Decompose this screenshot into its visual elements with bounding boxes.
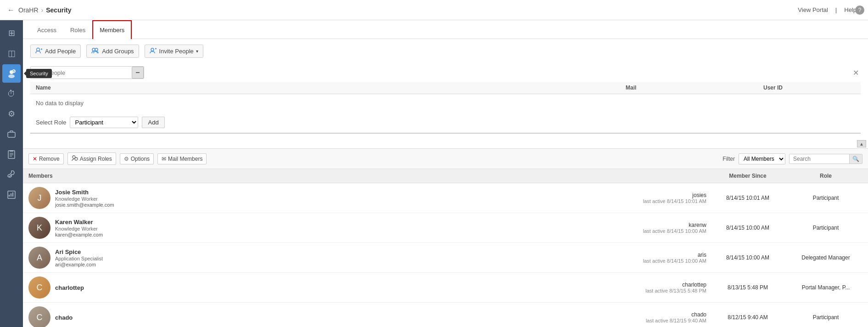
tab-access[interactable]: Access — [30, 21, 63, 39]
members-col-since-header: Member Since — [706, 173, 789, 179]
search-group: 🔍 — [789, 154, 862, 164]
member-details: Josie Smith Knowledge Worker josie.smith… — [55, 189, 114, 208]
member-name: chado — [55, 314, 73, 321]
svg-point-17 — [95, 48, 98, 51]
options-button[interactable]: ⚙ Options — [120, 153, 154, 164]
member-mail-cell: karenw last active 8/14/15 10:00 AM — [615, 222, 706, 234]
action-bar: Add People Add Groups — [30, 45, 861, 58]
member-email: josie.smith@example.com — [55, 202, 114, 208]
member-since-cell: 8/14/15 10:00 AM — [706, 254, 789, 261]
sidebar-item-settings[interactable]: ⚙ — [2, 105, 21, 123]
mail-username: josies — [615, 192, 706, 198]
col-name: Name — [36, 85, 626, 91]
add-groups-icon — [91, 47, 100, 55]
members-table-header: Members Member Since Role — [23, 169, 868, 183]
tab-members[interactable]: Members — [92, 20, 132, 39]
remove-icon: ✕ — [33, 156, 37, 162]
mail-username: karenw — [615, 222, 706, 228]
filter-group: Filter All Members Participants Managers… — [722, 153, 862, 164]
col-user-id: User ID — [763, 85, 855, 91]
sidebar-item-clock[interactable]: ⏱ — [2, 85, 21, 103]
main-layout: ⊞ ◫ Security ⏱ ⚙ — [0, 20, 868, 327]
member-details: charlottep — [55, 284, 84, 291]
add-people-search[interactable] — [31, 68, 132, 78]
sidebar-item-layers[interactable]: ◫ — [2, 44, 21, 62]
filter-select-wrap: All Members Participants Managers — [739, 153, 785, 164]
remove-button[interactable]: ✕ Remove — [28, 153, 64, 164]
svg-point-18 — [151, 48, 154, 51]
table-row: K Karen Walker Knowledge Worker karen@ex… — [23, 213, 868, 243]
invite-arrow: ▾ — [196, 49, 198, 54]
add-people-table-header: Name Mail User ID — [30, 82, 861, 94]
member-email: karen@example.com — [55, 232, 103, 237]
mail-icon: ✉ — [162, 156, 166, 162]
add-people-button[interactable]: Add People — [30, 45, 81, 58]
svg-point-23 — [75, 158, 78, 160]
sidebar-item-security[interactable]: Security — [2, 64, 21, 83]
member-details: Karen Walker Knowledge Worker karen@exam… — [55, 219, 103, 237]
svg-point-16 — [92, 48, 95, 51]
member-since-cell: 8/14/15 10:00 AM — [706, 225, 789, 231]
search-input-wrapper — [30, 66, 144, 79]
view-portal-link[interactable]: View Portal — [798, 6, 828, 13]
member-title: Application Specialist — [55, 256, 103, 261]
add-people-label: Add People — [45, 48, 76, 55]
topbar-left: ← OraHR › Security — [7, 6, 71, 14]
sidebar-item-tools[interactable] — [2, 165, 21, 184]
breadcrumb: OraHR › Security — [18, 6, 71, 14]
member-role-cell: Participant — [789, 314, 862, 321]
sidebar-item-grid[interactable]: ⊞ — [2, 24, 21, 42]
main-content: Access Roles Members Add People — [23, 20, 868, 327]
member-info: K Karen Walker Knowledge Worker karen@ex… — [28, 217, 615, 239]
assign-roles-button[interactable]: Assign Roles — [67, 152, 116, 165]
members-col-header: Members — [28, 173, 615, 179]
members-search-input[interactable] — [790, 154, 849, 164]
add-people-icon — [35, 47, 43, 55]
member-role-cell: Participant — [789, 225, 862, 231]
avatar: C — [28, 306, 50, 327]
add-groups-label: Add Groups — [102, 48, 134, 55]
avatar: K — [28, 217, 50, 239]
options-icon: ⚙ — [124, 156, 129, 162]
close-search-button[interactable]: ✕ — [851, 68, 861, 78]
member-mail-cell: chado last active 8/12/15 9:40 AM — [615, 311, 706, 323]
sidebar-item-briefcase[interactable] — [2, 125, 21, 143]
member-since-cell: 8/12/15 9:40 AM — [706, 314, 789, 321]
add-people-row: ✕ — [30, 63, 861, 82]
add-role-button[interactable]: Add — [142, 117, 164, 128]
breadcrumb-separator: › — [41, 6, 44, 14]
mail-members-button[interactable]: ✉ Mail Members — [157, 153, 207, 164]
member-name: Karen Walker — [55, 219, 103, 226]
tabs-bar: Access Roles Members — [23, 20, 868, 39]
member-info: C charlottep — [28, 276, 615, 299]
mail-members-label: Mail Members — [168, 156, 202, 162]
member-name: Josie Smith — [55, 189, 114, 196]
invite-people-label: Invite People — [159, 48, 194, 55]
assign-roles-icon — [72, 155, 78, 163]
invite-people-button[interactable]: Invite People ▾ — [145, 45, 203, 58]
assign-roles-label: Assign Roles — [80, 156, 112, 162]
scroll-up-button[interactable]: ▲ — [857, 140, 866, 147]
avatar: A — [28, 247, 50, 269]
sidebar-item-clipboard[interactable] — [2, 145, 21, 164]
member-info: A Ari Spice Application Specialist ari@e… — [28, 247, 615, 269]
member-since-cell: 8/14/15 10:01 AM — [706, 195, 789, 201]
role-select-dropdown[interactable]: Participant Manager Delegated Manager — [70, 117, 138, 128]
remove-label: Remove — [39, 156, 60, 162]
avatar: C — [28, 276, 50, 299]
member-since-cell: 8/13/15 5:48 PM — [706, 284, 789, 291]
member-title: Knowledge Worker — [55, 196, 114, 202]
invite-icon — [150, 47, 157, 55]
mail-last-active: last active 8/14/15 10:01 AM — [615, 198, 706, 204]
members-search-button[interactable]: 🔍 — [849, 154, 862, 164]
table-row: A Ari Spice Application Specialist ari@e… — [23, 243, 868, 273]
back-button[interactable]: ← — [7, 6, 15, 14]
add-groups-button[interactable]: Add Groups — [86, 45, 139, 58]
tab-roles[interactable]: Roles — [63, 21, 92, 39]
member-mail-cell: charlottep last active 8/13/15 5:48 PM — [615, 282, 706, 293]
sidebar-item-reports[interactable] — [2, 186, 21, 204]
table-row: C chado chado last active 8/12/15 9:40 A… — [23, 303, 868, 327]
help-question-button[interactable]: ? — [855, 6, 864, 15]
filter-select[interactable]: All Members Participants Managers — [739, 154, 785, 164]
search-clear-btn[interactable] — [132, 67, 144, 79]
